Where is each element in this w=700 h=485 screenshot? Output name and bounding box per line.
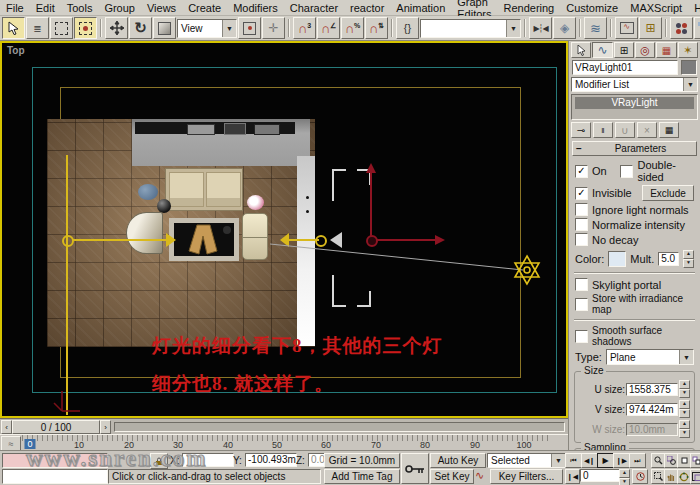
tab-modify[interactable]: ∿ bbox=[592, 42, 612, 58]
go-to-end-button[interactable]: ⏭ bbox=[629, 453, 646, 468]
arc-rotate-button[interactable] bbox=[677, 469, 691, 484]
schematic-view-icon[interactable]: ⊞ bbox=[639, 17, 662, 39]
tab-create[interactable] bbox=[571, 42, 591, 58]
menu-group[interactable]: Group bbox=[98, 2, 141, 14]
menu-tools[interactable]: Tools bbox=[61, 2, 99, 14]
select-object-icon[interactable] bbox=[2, 17, 25, 39]
time-configuration-button[interactable] bbox=[632, 469, 648, 484]
menu-create[interactable]: Create bbox=[182, 2, 227, 14]
add-time-tag-button[interactable]: Add Time Tag bbox=[324, 469, 400, 484]
percent-snap-icon[interactable]: ∩% bbox=[341, 17, 364, 39]
menu-modifiers[interactable]: Modifiers bbox=[227, 2, 284, 14]
menu-character[interactable]: Character bbox=[284, 2, 344, 14]
make-unique-button[interactable]: ∪ bbox=[615, 122, 635, 138]
select-scale-icon[interactable] bbox=[153, 17, 176, 39]
set-key-button[interactable]: Set Key bbox=[430, 469, 474, 484]
show-end-result-button[interactable]: ‖ bbox=[593, 122, 613, 138]
skylight-portal-checkbox[interactable] bbox=[575, 278, 588, 291]
zoom-region-button[interactable] bbox=[651, 469, 665, 484]
key-filters-button[interactable]: Key Filters... bbox=[490, 469, 563, 484]
maxscript-listener-pink[interactable] bbox=[2, 453, 108, 468]
play-button[interactable]: ▶ bbox=[597, 453, 614, 468]
zoom-extents-button[interactable] bbox=[677, 453, 691, 468]
auto-key-button[interactable]: Auto Key bbox=[430, 453, 486, 468]
object-name-field[interactable]: VRayLight01 bbox=[572, 60, 678, 75]
on-checkbox[interactable]: ✓ bbox=[575, 165, 588, 178]
remove-modifier-button[interactable]: × bbox=[637, 122, 657, 138]
double-sided-checkbox[interactable] bbox=[620, 165, 633, 178]
menu-reactor[interactable]: reactor bbox=[344, 2, 390, 14]
select-by-name-icon[interactable]: ≣ bbox=[26, 17, 49, 39]
material-editor-icon[interactable] bbox=[670, 17, 693, 39]
modifier-list-dropdown[interactable]: Modifier List▼ bbox=[571, 77, 698, 92]
exclude-button[interactable]: Exclude bbox=[642, 185, 694, 201]
u-size-spinner[interactable]: ▲▼ bbox=[679, 380, 690, 398]
menu-customize[interactable]: Customize bbox=[560, 2, 624, 14]
mini-curve-editor-button[interactable]: ≈ bbox=[1, 436, 21, 451]
select-move-icon[interactable] bbox=[105, 17, 128, 39]
no-decay-checkbox[interactable] bbox=[575, 233, 588, 246]
window-crossing-icon[interactable] bbox=[74, 17, 97, 39]
time-slider-track[interactable] bbox=[114, 422, 565, 432]
u-size-field[interactable]: 1558.375 bbox=[626, 383, 678, 396]
menu-maxscript[interactable]: MAXScript bbox=[624, 2, 688, 14]
key-filter-mode-dropdown[interactable]: Selected▼ bbox=[487, 453, 566, 468]
time-slider-next-button[interactable]: › bbox=[100, 420, 111, 434]
menu-views[interactable]: Views bbox=[141, 2, 182, 14]
smooth-shadows-checkbox[interactable] bbox=[575, 330, 588, 343]
zoom-extents-all-button[interactable] bbox=[690, 453, 700, 468]
y-coordinate-field[interactable]: -100.493m bbox=[245, 453, 297, 467]
render-setup-icon[interactable] bbox=[694, 17, 700, 39]
curve-editor-icon[interactable]: ∿ bbox=[615, 17, 638, 39]
ignore-normals-checkbox[interactable] bbox=[575, 203, 588, 216]
object-color-swatch[interactable] bbox=[681, 60, 697, 75]
track-bar[interactable]: ≈ 0 10 20 30 40 50 60 70 80 90 100 bbox=[0, 434, 568, 451]
time-slider-prev-button[interactable]: ‹ bbox=[1, 420, 12, 434]
normalize-intensity-checkbox[interactable] bbox=[575, 218, 588, 231]
parameters-rollout-header[interactable]: − Parameters bbox=[572, 141, 697, 156]
dropdown-arrow-icon[interactable]: ▼ bbox=[683, 78, 697, 91]
tab-display[interactable]: ▦ bbox=[656, 42, 676, 58]
mult-field[interactable]: 5.0 bbox=[658, 252, 679, 266]
tab-motion[interactable]: ◎ bbox=[635, 42, 655, 58]
menu-file[interactable]: File bbox=[0, 2, 30, 14]
frame-spinner[interactable]: ▲▼ bbox=[619, 469, 630, 485]
named-selection-dropdown[interactable]: ▼ bbox=[420, 19, 521, 38]
menu-rendering[interactable]: Rendering bbox=[497, 2, 560, 14]
dropdown-arrow-icon[interactable]: ▼ bbox=[679, 350, 693, 364]
maxscript-listener-white[interactable] bbox=[2, 469, 108, 484]
align-icon[interactable]: ◈ bbox=[553, 17, 576, 39]
dropdown-arrow-icon[interactable]: ▼ bbox=[551, 454, 565, 467]
min-max-toggle-button[interactable] bbox=[690, 469, 700, 484]
menu-edit[interactable]: Edit bbox=[30, 2, 61, 14]
select-manipulate-icon[interactable]: ✛ bbox=[262, 17, 285, 39]
go-to-start-button[interactable]: ⏮ bbox=[565, 453, 582, 468]
pin-stack-button[interactable]: ⊸ bbox=[571, 122, 591, 138]
menu-animation[interactable]: Animation bbox=[390, 2, 451, 14]
tab-hierarchy[interactable]: ⊞ bbox=[614, 42, 634, 58]
selection-lock-toggle[interactable] bbox=[150, 453, 168, 469]
zoom-all-button[interactable] bbox=[664, 453, 678, 468]
pan-button[interactable] bbox=[664, 469, 678, 484]
mirror-icon[interactable]: ▶┆◀ bbox=[529, 17, 552, 39]
frame-indicator[interactable]: 0 bbox=[24, 439, 35, 449]
snap-toggle-icon[interactable]: ∩3 bbox=[293, 17, 316, 39]
modifier-stack-item[interactable]: VRayLight bbox=[575, 97, 694, 109]
v-size-field[interactable]: 974.424m bbox=[626, 403, 678, 416]
configure-modifier-sets-button[interactable]: ▦ bbox=[659, 122, 679, 138]
spinner-snap-icon[interactable]: ∩⇅ bbox=[365, 17, 388, 39]
dropdown-arrow-icon[interactable]: ▼ bbox=[506, 20, 520, 37]
x-coordinate-field[interactable] bbox=[182, 453, 234, 467]
key-mode-toggle-button[interactable]: ❙◀ bbox=[565, 469, 580, 484]
use-pivot-center-icon[interactable] bbox=[238, 17, 261, 39]
time-slider-handle[interactable]: 0 / 100 bbox=[12, 420, 100, 434]
zoom-button[interactable] bbox=[651, 453, 665, 468]
select-rotate-icon[interactable]: ↻ bbox=[129, 17, 152, 39]
reference-coordinate-dropdown[interactable]: View▼ bbox=[177, 19, 237, 38]
store-irradiance-checkbox[interactable] bbox=[575, 298, 588, 311]
top-viewport[interactable]: Top bbox=[0, 41, 568, 418]
angle-snap-icon[interactable]: ∩∠ bbox=[317, 17, 340, 39]
invisible-checkbox[interactable]: ✓ bbox=[575, 187, 588, 200]
v-size-spinner[interactable]: ▲▼ bbox=[679, 400, 690, 418]
current-frame-field[interactable]: 0 bbox=[580, 469, 622, 482]
